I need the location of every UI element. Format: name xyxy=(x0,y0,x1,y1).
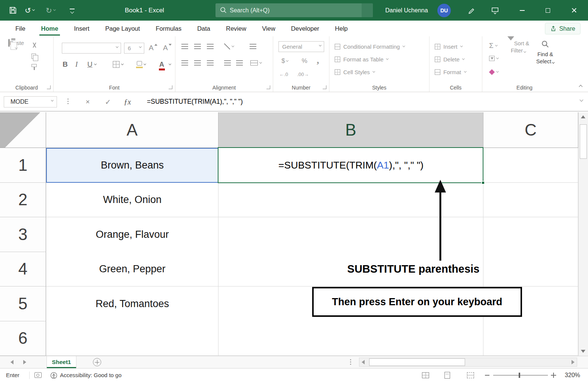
cell-A3[interactable]: Orange, Flavour xyxy=(46,217,218,252)
fill-color-button[interactable] xyxy=(137,59,146,70)
number-format-combo[interactable]: General xyxy=(278,41,324,52)
horizontal-scrollbar[interactable] xyxy=(359,358,577,367)
customize-quick-access-button[interactable] xyxy=(70,0,75,21)
insert-function-button[interactable]: ƒx xyxy=(119,92,136,112)
maximize-button[interactable] xyxy=(539,0,557,21)
format-cells-button[interactable]: Format xyxy=(435,67,466,77)
horizontal-scrollbar-thumb[interactable] xyxy=(369,358,465,366)
tab-developer[interactable]: Developer xyxy=(283,21,327,36)
previous-sheet-icon[interactable] xyxy=(10,360,13,364)
accessibility-status[interactable]: Accessibility: Good to go xyxy=(60,369,121,382)
tab-bar-splitter[interactable] xyxy=(350,359,351,360)
page-break-view-button[interactable] xyxy=(467,372,474,378)
decrease-decimal-button[interactable]: .00→ xyxy=(297,72,309,77)
comma-style-button[interactable]: , xyxy=(317,57,319,64)
tab-page-layout[interactable]: Page Layout xyxy=(97,21,148,36)
macro-record-icon[interactable] xyxy=(34,372,42,378)
scroll-up-icon[interactable] xyxy=(581,115,585,118)
sheet-tab-sheet1[interactable]: Sheet1 xyxy=(46,356,76,368)
zoom-out-button[interactable] xyxy=(485,375,489,376)
cell-A4[interactable]: Green, Pepper xyxy=(46,252,218,287)
font-dialog-launcher-icon[interactable] xyxy=(169,85,172,89)
close-button[interactable] xyxy=(565,0,582,21)
italic-button[interactable]: I xyxy=(75,59,78,70)
increase-font-size-button[interactable]: A xyxy=(149,44,157,52)
formula-bar-splitter[interactable] xyxy=(67,98,69,100)
expand-formula-bar-icon[interactable] xyxy=(580,98,584,102)
find-select-button[interactable]: Find & Select xyxy=(534,40,557,65)
conditional-formatting-button[interactable]: Conditional Formatting xyxy=(335,42,405,52)
number-dialog-launcher-icon[interactable] xyxy=(323,85,326,89)
tab-insert[interactable]: Insert xyxy=(66,21,97,36)
decrease-indent-button[interactable] xyxy=(224,60,231,66)
undo-button[interactable]: ↺ xyxy=(25,0,34,21)
user-name[interactable]: Daniel Uchenna xyxy=(385,0,428,21)
font-name-combo[interactable] xyxy=(62,43,121,54)
clipboard-dialog-launcher-icon[interactable] xyxy=(47,85,51,89)
align-left-button[interactable] xyxy=(181,60,188,66)
tab-file[interactable]: File xyxy=(7,21,33,36)
font-color-button[interactable]: A xyxy=(159,59,171,70)
scroll-down-icon[interactable] xyxy=(581,350,585,353)
cell-A2[interactable]: White, Onion xyxy=(46,183,218,218)
align-middle-button[interactable] xyxy=(194,44,201,49)
zoom-slider-thumb[interactable] xyxy=(519,373,520,378)
tab-home[interactable]: Home xyxy=(33,21,66,36)
row-header-4[interactable]: 4 xyxy=(0,252,46,287)
zoom-in-button[interactable] xyxy=(551,373,556,378)
row-header-3[interactable]: 3 xyxy=(0,217,46,252)
enter-button[interactable]: ✓ xyxy=(100,92,116,112)
ribbon-display-options-button[interactable] xyxy=(487,0,503,21)
new-sheet-button[interactable] xyxy=(93,358,101,366)
paste-button[interactable]: Paste xyxy=(4,40,28,49)
scroll-left-icon[interactable] xyxy=(362,360,365,364)
tab-formulas[interactable]: Formulas xyxy=(148,21,189,36)
zoom-level[interactable]: 320% xyxy=(561,369,580,382)
collapse-ribbon-icon[interactable] xyxy=(579,85,583,89)
align-bottom-button[interactable] xyxy=(207,44,214,49)
copy-icon[interactable] xyxy=(31,54,36,59)
cut-icon[interactable] xyxy=(31,42,37,48)
search-scope-button[interactable] xyxy=(362,3,373,17)
percent-style-button[interactable]: % xyxy=(302,57,307,65)
cells-area[interactable]: Brown, Beans White, Onion Orange, Flavou… xyxy=(46,148,578,356)
column-header-C[interactable]: C xyxy=(483,112,578,148)
borders-button[interactable] xyxy=(113,59,123,70)
underline-button[interactable]: U xyxy=(87,59,96,70)
redo-button[interactable]: ↻ xyxy=(46,0,55,21)
accounting-format-button[interactable]: $ xyxy=(281,57,288,65)
tab-data[interactable]: Data xyxy=(189,21,218,36)
search-box[interactable]: Search (Alt+Q) xyxy=(215,3,373,17)
align-top-button[interactable] xyxy=(181,44,188,49)
cell-B1[interactable]: =SUBSTITUTE(TRIM(A1),", "," ") xyxy=(218,148,483,183)
orientation-button[interactable] xyxy=(224,43,234,49)
insert-cells-button[interactable]: Insert xyxy=(435,42,462,52)
format-as-table-button[interactable]: Format as Table xyxy=(335,54,388,64)
decrease-font-size-button[interactable]: A xyxy=(163,44,172,52)
formula-input[interactable]: =SUBSTITUTE(TRIM(A1),", "," ") xyxy=(147,92,243,112)
share-button[interactable]: Share xyxy=(545,23,581,34)
scroll-right-icon[interactable] xyxy=(572,360,575,364)
column-header-B[interactable]: B xyxy=(218,112,483,148)
delete-cells-button[interactable]: Delete xyxy=(435,54,464,64)
next-sheet-icon[interactable] xyxy=(23,360,26,364)
merge-center-button[interactable] xyxy=(250,60,262,66)
vertical-scrollbar-thumb[interactable] xyxy=(580,124,587,159)
page-layout-view-button[interactable] xyxy=(444,372,450,379)
row-header-2[interactable]: 2 xyxy=(0,183,46,218)
bold-button[interactable]: B xyxy=(63,59,68,70)
tab-review[interactable]: Review xyxy=(218,21,254,36)
cell-A5[interactable]: Red, Tomantoes xyxy=(46,286,218,321)
autosum-button[interactable]: Σ xyxy=(489,42,497,50)
inking-button[interactable] xyxy=(464,0,480,21)
normal-view-button[interactable] xyxy=(422,372,429,378)
increase-indent-button[interactable] xyxy=(236,60,243,66)
name-box[interactable]: MODE xyxy=(4,96,57,107)
minimize-button[interactable] xyxy=(513,0,531,21)
row-header-6[interactable]: 6 xyxy=(0,321,46,356)
vertical-scrollbar[interactable] xyxy=(578,112,588,356)
cell-styles-button[interactable]: Cell Styles xyxy=(335,67,375,77)
cancel-button[interactable]: × xyxy=(79,92,96,112)
increase-decimal-button[interactable]: ←.0 xyxy=(279,72,288,77)
row-header-1[interactable]: 1 xyxy=(0,148,46,183)
